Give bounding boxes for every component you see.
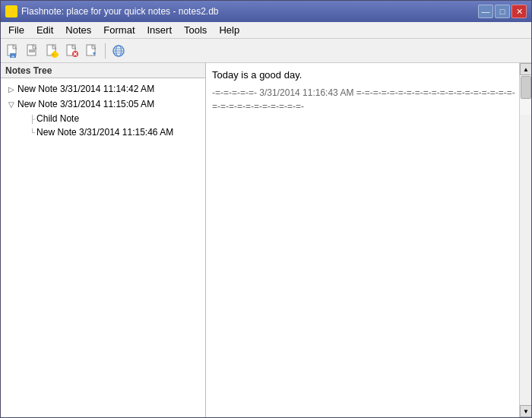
open-icon [26,44,40,58]
edit-icon [46,44,59,58]
menu-tools[interactable]: Tools [178,23,213,37]
expander-note2[interactable]: ▽ [5,98,17,110]
menu-notes[interactable]: Notes [59,23,97,37]
main-window: ⚡ Flashnote: place for your quick notes … [0,0,532,418]
scrollbar-up-arrow[interactable]: ▲ [520,63,531,75]
editor-scrollbar[interactable]: ▲ ▼ [519,63,531,417]
delete-button[interactable] [63,42,81,60]
tree-label-child1: Child Note [36,113,79,124]
delete-icon [65,44,79,58]
menu-insert[interactable]: Insert [141,23,179,37]
app-icon: ⚡ [5,5,17,17]
menu-bar: File Edit Notes Format Insert Tools Help [1,22,531,39]
menu-format[interactable]: Format [97,23,141,37]
menu-help[interactable]: Help [213,23,245,37]
notes-tree-header: Notes Tree [1,63,205,78]
scrollbar-thumb[interactable] [521,76,531,99]
title-bar-left: ⚡ Flashnote: place for your quick notes … [5,5,218,17]
maximize-button[interactable]: □ [495,5,510,18]
move-down-icon [85,44,99,58]
editor-content[interactable]: Today is a good day. -=-=-=-=-=- 3/31/20… [206,63,531,417]
title-buttons: — □ ✕ [478,5,527,18]
toolbar-separator [105,43,106,59]
menu-edit[interactable]: Edit [30,23,59,37]
web-icon [112,44,125,58]
tree-item-note3[interactable]: └ New Note 3/31/2014 11:15:46 AM [2,125,204,139]
tree-label-note2: New Note 3/31/2014 11:15:05 AM [17,99,154,109]
editor-panel: Today is a good day. -=-=-=-=-=- 3/31/20… [206,63,531,417]
svg-text:+: + [11,52,15,58]
editor-separator-line: -=-=-=-=-=- 3/31/2014 11:16:43 AM =-=-=-… [212,86,516,113]
expander-note1[interactable]: ▷ [5,83,17,95]
scrollbar-down-arrow[interactable]: ▼ [520,405,531,417]
notes-panel: Notes Tree ▷ New Note 3/31/2014 11:14:42… [1,63,206,417]
close-button[interactable]: ✕ [511,5,527,18]
open-button[interactable] [24,42,42,60]
editor-first-line: Today is a good day. [212,68,516,83]
toolbar: + [1,39,531,63]
web-button[interactable] [109,42,128,60]
tree-item-child1[interactable]: ├ Child Note [2,112,204,125]
window-title: Flashnote: place for your quick notes - … [21,6,218,17]
edit-button[interactable] [43,42,62,60]
menu-file[interactable]: File [2,23,30,37]
tree-item-note2[interactable]: ▽ New Note 3/31/2014 11:15:05 AM [2,97,204,112]
main-content: Notes Tree ▷ New Note 3/31/2014 11:14:42… [1,63,531,417]
tree-label-note1: New Note 3/31/2014 11:14:42 AM [17,84,154,94]
title-bar: ⚡ Flashnote: place for your quick notes … [1,1,531,22]
move-down-button[interactable] [83,42,101,60]
new-button[interactable]: + [4,42,22,60]
tree-label-note3: New Note 3/31/2014 11:15:46 AM [36,127,173,138]
tree-item-note1[interactable]: ▷ New Note 3/31/2014 11:14:42 AM [2,81,204,97]
notes-tree[interactable]: ▷ New Note 3/31/2014 11:14:42 AM ▽ New N… [1,78,205,417]
new-icon: + [6,44,20,58]
minimize-button[interactable]: — [478,5,493,18]
